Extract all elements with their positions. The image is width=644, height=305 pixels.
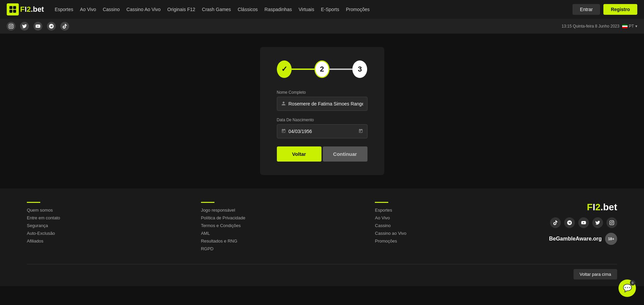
nav-raspadinhas[interactable]: Raspadinhas [264, 7, 292, 12]
social-icons [7, 22, 69, 31]
footer-col-3: Esportes Ao Vivo Cassino Cassino ao Vivo… [375, 202, 536, 254]
person-icon [281, 101, 286, 107]
gamble-aware: BeGambleAware.org 18+ [549, 233, 617, 245]
gamble-aware-text: BeGambleAware.org [549, 236, 602, 242]
datetime-text: 13:15 Quinta-feira 8 Junho 2023 [562, 24, 620, 29]
flag-icon [622, 24, 628, 28]
step-1: ✓ [277, 60, 292, 78]
nav-crash-games[interactable]: Crash Games [202, 7, 231, 12]
continuar-button[interactable]: Continuar [323, 146, 367, 162]
chat-icon: 💬 [623, 284, 632, 293]
full-name-label: Nome Completo [277, 90, 367, 95]
main-nav: Esportes Ao Vivo Cassino Cassino Ao Vivo… [55, 7, 370, 12]
nav-cassino-ao-vivo[interactable]: Cassino Ao Vivo [127, 7, 161, 12]
calendar-picker-icon[interactable] [358, 129, 363, 134]
instagram-icon[interactable] [7, 22, 15, 31]
footer-link-rgpd[interactable]: RGPD [201, 246, 362, 251]
svg-rect-3 [13, 10, 16, 13]
footer-telegram-icon[interactable] [564, 217, 575, 228]
footer-col-1: Quem somos Entre em contato Segurança Au… [27, 202, 188, 254]
tiktok-icon[interactable] [60, 22, 69, 31]
footer-brand: FI2.bet BeGambleAware.org [549, 202, 617, 254]
nav-promocoes[interactable]: Promoções [346, 7, 370, 12]
logo[interactable]: FI2.bet [7, 3, 44, 15]
footer-divider-1 [27, 202, 40, 203]
footer-col-2: Jogo responsável Política de Privacidade… [201, 202, 362, 254]
calendar-icon [281, 129, 286, 134]
footer-link-cassino[interactable]: Cassino [375, 223, 536, 228]
footer-link-auto-exclusao[interactable]: Auto-Exclusão [27, 231, 188, 236]
age-badge: 18+ [605, 233, 617, 245]
language-button[interactable]: PT ▾ [622, 24, 637, 29]
scroll-top-button[interactable]: Voltar para cima [574, 269, 617, 279]
footer-logo: FI2.bet [587, 202, 617, 213]
footer-divider-3 [375, 202, 388, 203]
datetime-area: 13:15 Quinta-feira 8 Junho 2023 PT ▾ [562, 24, 637, 29]
logo-area: FI2.bet Esportes Ao Vivo Cassino Cassino… [7, 3, 369, 15]
nav-originais-f12[interactable]: Originais F12 [167, 7, 195, 12]
nav-right: Entrar Registro [573, 4, 637, 15]
footer-link-ao-vivo[interactable]: Ao Vivo [375, 215, 536, 220]
footer: Quem somos Entre em contato Segurança Au… [0, 188, 644, 286]
lang-label: PT [629, 24, 634, 29]
footer-link-aml[interactable]: AML [201, 231, 362, 236]
footer-divider-2 [201, 202, 214, 203]
full-name-input[interactable] [289, 101, 363, 106]
full-name-input-wrapper [277, 97, 367, 111]
entrar-button[interactable]: Entrar [573, 4, 600, 15]
main-content: ✓ 2 3 Nome Completo Data De Nascimento [0, 34, 644, 188]
chat-badge: 0 [630, 280, 635, 286]
footer-link-contato[interactable]: Entre em contato [27, 215, 188, 220]
registro-button[interactable]: Registro [603, 4, 637, 15]
nav-classicos[interactable]: Clássicos [238, 7, 258, 12]
step-3-number: 3 [358, 65, 362, 74]
social-bar: 13:15 Quinta-feira 8 Junho 2023 PT ▾ [0, 19, 644, 34]
voltar-button[interactable]: Voltar [277, 146, 321, 162]
chevron-down-icon: ▾ [635, 24, 637, 29]
footer-youtube-icon[interactable] [578, 217, 589, 228]
footer-twitter-icon[interactable] [592, 217, 603, 228]
step-2: 2 [314, 60, 330, 78]
footer-link-seguranca[interactable]: Segurança [27, 223, 188, 228]
footer-link-politica[interactable]: Política de Privacidade [201, 215, 362, 220]
step-indicator: ✓ 2 3 [277, 60, 367, 78]
nav-e-sports[interactable]: E-Sports [321, 7, 339, 12]
footer-link-quem-somos[interactable]: Quem somos [27, 208, 188, 213]
nav-cassino[interactable]: Cassino [103, 7, 120, 12]
footer-link-promocoes[interactable]: Promoções [375, 238, 536, 244]
step-2-number: 2 [320, 65, 324, 74]
logo-text: FI2.bet [20, 5, 44, 14]
svg-rect-0 [9, 6, 12, 9]
logo-icon [7, 3, 19, 15]
step-line-1 [292, 69, 314, 70]
footer-tiktok-icon[interactable] [550, 217, 561, 228]
full-name-group: Nome Completo [277, 90, 367, 111]
svg-rect-1 [13, 6, 16, 9]
twitter-icon[interactable] [20, 22, 29, 31]
footer-link-esportes[interactable]: Esportes [375, 208, 536, 213]
footer-link-jogo-responsavel[interactable]: Jogo responsável [201, 208, 362, 213]
telegram-icon[interactable] [47, 22, 56, 31]
dob-label: Data De Nascimento [277, 118, 367, 122]
footer-link-afiliados[interactable]: Afiliados [27, 238, 188, 244]
footer-social-icons [550, 217, 617, 228]
footer-columns: Quem somos Entre em contato Segurança Au… [27, 202, 617, 254]
footer-link-termos[interactable]: Termos e Condições [201, 223, 362, 228]
svg-rect-2 [9, 10, 12, 13]
top-navigation: FI2.bet Esportes Ao Vivo Cassino Cassino… [0, 0, 644, 19]
nav-ao-vivo[interactable]: Ao Vivo [80, 7, 96, 12]
nav-virtuais[interactable]: Virtuais [299, 7, 314, 12]
step-1-checkmark: ✓ [281, 65, 287, 74]
footer-instagram-icon[interactable] [606, 217, 617, 228]
step-line-2 [330, 69, 352, 70]
footer-link-resultados[interactable]: Resultados e RNG [201, 238, 362, 244]
footer-link-cassino-ao-vivo[interactable]: Cassino ao Vivo [375, 231, 536, 236]
chat-button[interactable]: 💬 0 [618, 279, 636, 297]
form-buttons: Voltar Continuar [277, 146, 367, 162]
nav-esportes[interactable]: Esportes [55, 7, 73, 12]
youtube-icon[interactable] [34, 22, 42, 31]
registration-card: ✓ 2 3 Nome Completo Data De Nascimento [260, 47, 384, 175]
dob-group: Data De Nascimento [277, 118, 367, 138]
dob-input[interactable] [289, 129, 356, 134]
step-3: 3 [352, 60, 367, 78]
